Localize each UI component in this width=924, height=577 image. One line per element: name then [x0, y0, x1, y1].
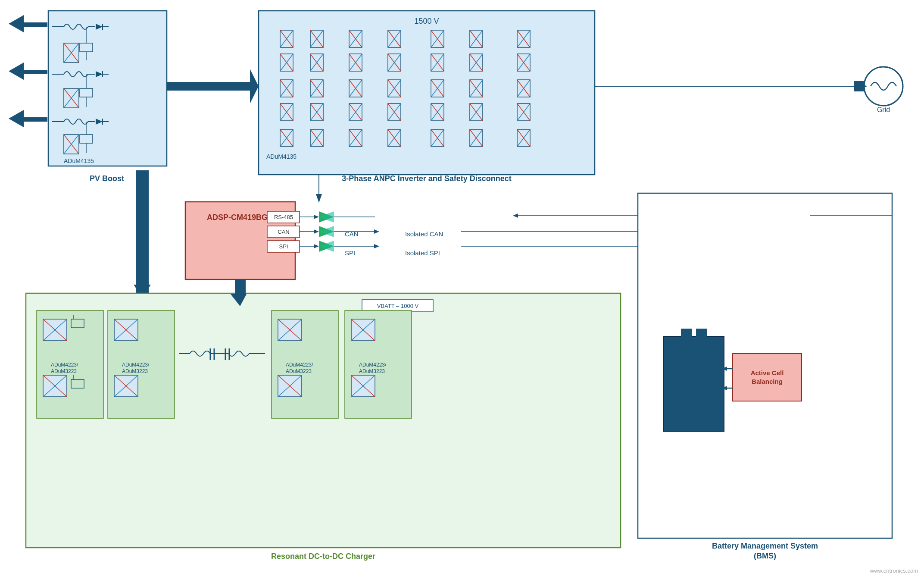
svg-rect-192	[114, 375, 138, 397]
svg-marker-161	[374, 229, 379, 234]
svg-line-84	[349, 129, 362, 147]
phase3-input-icon	[9, 110, 24, 127]
svg-line-182	[43, 375, 67, 397]
svg-line-136	[517, 54, 530, 71]
svg-rect-1	[24, 70, 47, 74]
svg-marker-158	[319, 241, 334, 252]
adsp-block	[185, 202, 295, 279]
svg-rect-170	[696, 329, 707, 337]
svg-line-105	[431, 54, 444, 71]
svg-line-120	[470, 54, 483, 71]
grid-label: Grid	[877, 106, 890, 113]
svg-line-115	[431, 129, 444, 147]
battery-symbol-icon	[664, 336, 724, 431]
svg-rect-101	[431, 30, 444, 47]
svg-line-112	[431, 103, 444, 121]
svg-rect-3	[48, 11, 167, 166]
svg-line-133	[517, 30, 530, 47]
phase1-input-icon	[9, 15, 24, 32]
adum-group4-label: ADuM4223/	[359, 362, 387, 368]
svg-line-142	[517, 103, 530, 121]
svg-line-48	[280, 80, 293, 97]
svg-rect-125	[470, 103, 483, 121]
svg-line-88	[388, 30, 401, 47]
adum-group-2	[108, 310, 175, 418]
adum-group-1	[37, 310, 103, 418]
svg-rect-34	[80, 135, 93, 143]
svg-line-144	[517, 129, 530, 147]
svg-line-97	[388, 103, 401, 121]
phase2-input-icon	[9, 63, 24, 80]
wiring-svg: PV Boost ADuM4135 1500 V 3-Phase ANPC In…	[0, 0, 924, 577]
svg-line-60	[310, 54, 323, 71]
can-text: CAN	[278, 229, 289, 235]
svg-rect-53	[280, 129, 293, 147]
svg-rect-47	[280, 80, 293, 97]
svg-line-39	[64, 135, 79, 154]
svg-rect-13	[64, 43, 79, 63]
can-wire-label: CAN	[345, 230, 359, 238]
svg-line-63	[310, 80, 323, 97]
svg-rect-74	[349, 54, 362, 71]
svg-line-215	[351, 375, 375, 397]
svg-line-111	[431, 103, 444, 121]
svg-rect-68	[310, 129, 323, 147]
vbatt-label-box	[362, 300, 433, 312]
svg-line-78	[349, 80, 362, 97]
svg-rect-128	[470, 129, 483, 147]
active-cell-balancing-box	[733, 354, 802, 401]
svg-rect-131	[517, 30, 530, 47]
svg-rect-181	[43, 375, 67, 397]
svg-line-123	[470, 80, 483, 97]
svg-line-183	[43, 375, 67, 397]
svg-marker-153	[314, 229, 319, 234]
svg-rect-92	[388, 80, 401, 97]
svg-rect-80	[349, 103, 362, 121]
rs485-protocol-box	[267, 211, 300, 223]
svg-line-82	[349, 103, 362, 121]
svg-line-103	[431, 30, 444, 47]
svg-marker-151	[314, 215, 319, 219]
svg-line-208	[278, 375, 302, 397]
svg-rect-10	[80, 43, 93, 52]
svg-line-117	[470, 30, 483, 47]
svg-line-64	[310, 80, 323, 97]
svg-rect-116	[470, 30, 483, 47]
svg-text:ADuM3223: ADuM3223	[286, 368, 312, 374]
svg-rect-50	[280, 103, 293, 121]
svg-rect-213	[351, 375, 375, 397]
svg-line-180	[43, 319, 67, 341]
rs485-text: RS-485	[274, 214, 293, 220]
svg-text:(BMS): (BMS)	[754, 552, 776, 560]
svg-line-129	[470, 129, 483, 147]
svg-rect-25	[64, 88, 79, 108]
svg-line-61	[310, 54, 323, 71]
svg-line-106	[431, 54, 444, 71]
adum4135-pv-label: ADuM4135	[64, 157, 94, 164]
svg-rect-137	[517, 80, 530, 97]
svg-rect-217	[235, 279, 246, 295]
svg-line-114	[431, 129, 444, 147]
svg-line-38	[64, 135, 79, 154]
svg-rect-77	[349, 80, 362, 97]
adum-group1-label: ADuM4223/	[51, 362, 78, 368]
svg-line-49	[280, 80, 293, 97]
svg-line-141	[517, 103, 530, 121]
svg-rect-37	[64, 135, 79, 154]
svg-marker-18	[96, 71, 103, 77]
svg-line-55	[280, 129, 293, 147]
svg-marker-30	[96, 119, 103, 125]
rs485-can-label-line2: CAN	[840, 216, 854, 223]
svg-line-179	[43, 319, 67, 341]
svg-rect-62	[310, 80, 323, 97]
grid-circle-icon	[864, 67, 903, 106]
svg-line-214	[351, 375, 375, 397]
svg-rect-56	[310, 30, 323, 47]
spi-protocol-box	[267, 241, 300, 252]
resonant-block	[26, 293, 621, 548]
svg-line-15	[64, 43, 79, 63]
svg-line-139	[517, 80, 530, 97]
svg-line-45	[280, 54, 293, 71]
isolated-can-label: Isolated CAN	[405, 230, 443, 238]
adsp-label: ADSP-CM419BGA	[207, 213, 273, 222]
